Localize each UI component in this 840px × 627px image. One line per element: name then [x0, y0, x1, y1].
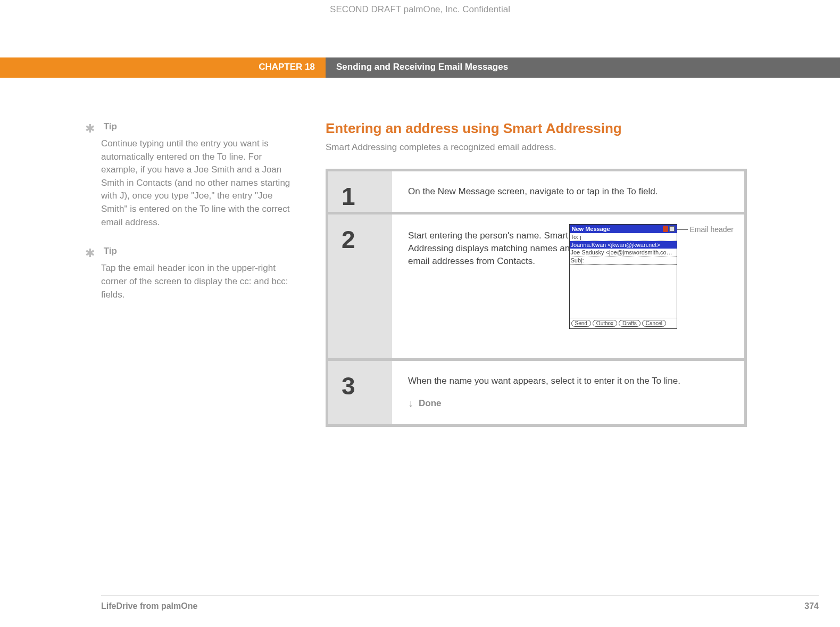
steps-container: 1 On the New Message screen, navigate to…: [326, 169, 747, 427]
palm-button-row: Send Outbox Drafts Cancel: [570, 318, 677, 328]
to-field-row: To: j: [570, 233, 677, 241]
screenshot-wrapper: New Message To: j Joanna.Kwan <jkwan@: [569, 224, 734, 329]
palm-titlebar: New Message: [570, 225, 677, 233]
main-content: Entering an address using Smart Addressi…: [326, 120, 840, 427]
tip-2: ✱ Tip Tap the email header icon in the u…: [101, 245, 294, 301]
section-title: Entering an address using Smart Addressi…: [326, 120, 747, 137]
footer: LifeDrive from palmOne 374: [101, 596, 819, 611]
step-body: On the New Message screen, navigate to o…: [392, 171, 744, 212]
palm-titlebar-icons: [663, 226, 675, 232]
match-highlighted: Joanna.Kwan <jkwan@jkwan.net>: [570, 241, 677, 249]
step-number: 3: [328, 361, 392, 424]
callout-line: [677, 229, 688, 230]
footer-product: LifeDrive from palmOne: [101, 601, 197, 611]
callout-label: Email header: [690, 225, 734, 234]
subj-field-row: Subj:: [570, 257, 677, 265]
sidebar: ✱ Tip Continue typing until the entry yo…: [0, 120, 326, 427]
palm-title: New Message: [572, 226, 610, 232]
message-body-area: [570, 265, 677, 318]
done-label: Done: [419, 398, 442, 409]
done-indicator: ↓ Done: [408, 397, 734, 409]
step-number: 2: [328, 214, 392, 358]
down-arrow-icon: ↓: [408, 397, 413, 409]
match-row: Joe Sadusky <joe@jmswordsmith.co…: [570, 249, 677, 257]
match-text: Joe Sadusky <joe@jmswordsmith.co…: [571, 249, 672, 255]
attachment-icon: [663, 226, 668, 232]
tip-1: ✱ Tip Continue typing until the entry yo…: [101, 120, 294, 229]
to-value: j: [580, 234, 581, 240]
to-label: To:: [571, 234, 579, 240]
confidential-notice: SECOND DRAFT palmOne, Inc. Confidential: [0, 0, 840, 15]
send-button: Send: [571, 320, 591, 327]
page-number: 374: [804, 601, 819, 611]
step-2: 2 Start entering the person's name. Smar…: [328, 214, 744, 358]
step-3: 3 When the name you want appears, select…: [328, 361, 744, 424]
step-text: When the name you want appears, select i…: [408, 376, 680, 386]
step-number: 1: [328, 171, 392, 212]
header-bar: CHAPTER 18 Sending and Receiving Email M…: [0, 57, 840, 78]
tip-label: Tip: [104, 121, 117, 131]
step-body: Start entering the person's name. Smart …: [392, 214, 744, 358]
chapter-title: Sending and Receiving Email Messages: [326, 57, 840, 78]
outbox-button: Outbox: [593, 320, 617, 327]
tip-text: Continue typing until the entry you want…: [101, 138, 290, 227]
section-subtitle: Smart Addressing completes a recognized …: [326, 142, 747, 153]
cancel-button: Cancel: [642, 320, 666, 327]
subj-label: Subj:: [571, 257, 584, 263]
star-icon: ✱: [85, 120, 101, 137]
drafts-button: Drafts: [619, 320, 641, 327]
content-area: ✱ Tip Continue typing until the entry yo…: [0, 78, 840, 427]
step-text: Start entering the person's name. Smart …: [408, 229, 589, 267]
step-body: When the name you want appears, select i…: [392, 361, 744, 424]
tip-label: Tip: [104, 246, 117, 256]
header-toggle-icon: [669, 226, 675, 232]
chapter-label: CHAPTER 18: [0, 57, 326, 78]
palm-screenshot: New Message To: j Joanna.Kwan <jkwan@: [569, 224, 677, 329]
step-text: On the New Message screen, navigate to o…: [408, 186, 658, 196]
tip-text: Tap the email header icon in the upper-r…: [101, 263, 288, 299]
step-1: 1 On the New Message screen, navigate to…: [328, 171, 744, 212]
star-icon: ✱: [85, 245, 101, 262]
